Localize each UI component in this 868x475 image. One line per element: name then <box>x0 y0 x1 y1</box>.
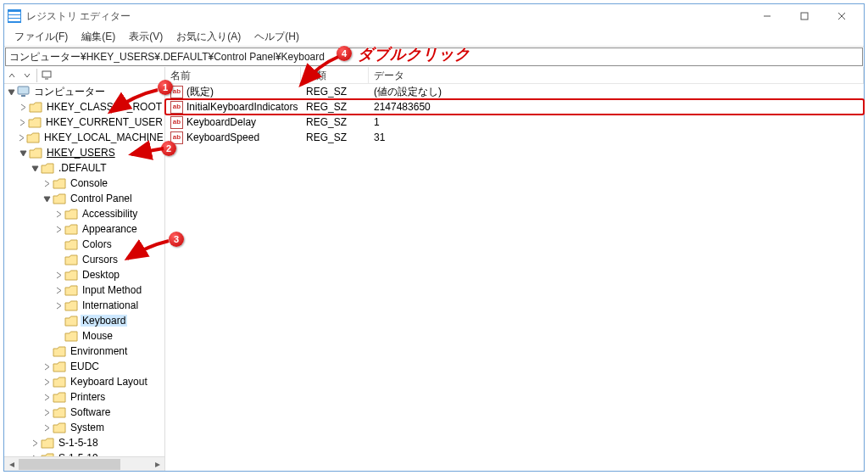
column-data[interactable]: データ <box>369 67 864 83</box>
chevron-right-icon[interactable] <box>53 300 64 310</box>
folder-icon <box>64 270 78 281</box>
tree-item-environment[interactable]: Environment <box>40 344 164 359</box>
expand-all-icon[interactable] <box>19 68 35 83</box>
tree-label: .DEFAULT <box>57 162 108 174</box>
tree-item-input-method[interactable]: Input Method <box>52 282 164 298</box>
chevron-right-icon[interactable] <box>53 270 64 280</box>
chevron-right-icon[interactable] <box>30 438 40 448</box>
svg-rect-0 <box>8 12 20 14</box>
annotation-arrow-1 <box>105 88 164 122</box>
tree-item-system[interactable]: System <box>40 420 164 435</box>
close-button[interactable] <box>823 4 860 28</box>
chevron-down-icon[interactable] <box>30 163 40 173</box>
tree-label: HKEY_LOCAL_MACHINE <box>42 131 164 143</box>
value-name: KeyboardDelay <box>186 116 256 128</box>
folder-icon <box>29 148 42 159</box>
chevron-right-icon[interactable] <box>18 102 28 112</box>
folder-icon <box>64 285 78 296</box>
list-row[interactable]: abKeyboardDelayREG_SZ1 <box>165 115 864 130</box>
tree-label: Software <box>69 406 112 418</box>
chevron-down-icon[interactable] <box>42 193 52 204</box>
folder-icon <box>28 117 42 128</box>
folder-icon <box>41 438 54 449</box>
tree-item-international[interactable]: International <box>52 298 164 313</box>
value-name: (既定) <box>186 85 214 99</box>
chevron-right-icon[interactable] <box>53 224 64 234</box>
tree-label: Desktop <box>81 269 121 281</box>
menu-edit[interactable]: 編集(E) <box>75 28 122 46</box>
window-title: レジストリ エディター <box>26 9 131 24</box>
chevron-right-icon[interactable] <box>18 132 25 142</box>
tree-label: System <box>69 422 106 433</box>
chevron-right-icon[interactable] <box>42 422 52 433</box>
column-name[interactable]: 名前 <box>165 67 301 83</box>
chevron-right-icon[interactable] <box>18 117 27 127</box>
tree-item-accessibility[interactable]: Accessibility <box>52 206 164 221</box>
tree-item-s-1-5-18[interactable]: S-1-5-18 <box>28 435 164 450</box>
chevron-down-icon[interactable] <box>6 87 16 97</box>
tree-item-keyboard-layout[interactable]: Keyboard Layout <box>40 374 164 389</box>
tree-item-default[interactable]: .DEFAULT <box>28 160 164 176</box>
tree-item-hklm[interactable]: HKEY_LOCAL_MACHINE <box>16 130 164 145</box>
annotation-text: ダブルクリック <box>358 44 470 64</box>
folder-icon <box>41 163 54 174</box>
chevron-right-icon[interactable] <box>42 392 52 402</box>
list-row[interactable]: abKeyboardSpeedREG_SZ31 <box>165 130 864 145</box>
tree-label: Keyboard <box>81 315 127 327</box>
list-row[interactable]: abInitialKeyboardIndicatorsREG_SZ2147483… <box>165 99 864 115</box>
scroll-left-icon[interactable]: ◂ <box>4 457 19 472</box>
tree-item-s-1-5-19[interactable]: S-1-5-19 <box>28 450 164 456</box>
value-type: REG_SZ <box>301 116 369 128</box>
folder-icon <box>64 239 78 250</box>
chevron-right-icon[interactable] <box>42 377 52 387</box>
collapse-all-icon[interactable] <box>4 68 19 83</box>
tree-item-control-panel[interactable]: Control Panel <box>40 191 164 206</box>
folder-icon <box>53 361 66 372</box>
tree-scrollbar-x[interactable]: ◂ ▸ <box>4 456 164 471</box>
folder-icon <box>64 316 78 327</box>
tree-item-appearance[interactable]: Appearance <box>52 221 164 237</box>
tree-item-printers[interactable]: Printers <box>40 389 164 405</box>
folder-icon <box>64 254 78 265</box>
value-type: REG_SZ <box>301 131 369 143</box>
chevron-right-icon[interactable] <box>53 209 64 219</box>
minimize-button[interactable] <box>748 4 786 28</box>
chevron-right-icon[interactable] <box>42 407 52 417</box>
tree-label: Colors <box>81 238 114 250</box>
list-header: 名前 種類 データ <box>165 67 864 84</box>
folder-icon <box>53 422 66 433</box>
chevron-right-icon[interactable] <box>42 178 52 188</box>
menu-view[interactable]: 表示(V) <box>122 28 170 46</box>
tree-label: Cursors <box>81 254 120 265</box>
folder-icon <box>53 392 66 403</box>
tree-item-desktop[interactable]: Desktop <box>52 267 164 282</box>
value-data: 2147483650 <box>369 101 864 113</box>
chevron-right-icon[interactable] <box>42 361 52 372</box>
menu-favorites[interactable]: お気に入り(A) <box>170 28 248 46</box>
menu-help[interactable]: ヘルプ(H) <box>248 28 306 46</box>
tree-item-software[interactable]: Software <box>40 405 164 420</box>
tree-label: Input Method <box>81 284 143 296</box>
scroll-right-icon[interactable]: ▸ <box>150 457 164 472</box>
tree-item-keyboard[interactable]: Keyboard <box>52 313 164 328</box>
list-row[interactable]: ab(既定)REG_SZ(値の設定なし) <box>165 84 864 99</box>
tree-label: Environment <box>69 345 129 357</box>
tree-label: Appearance <box>81 223 139 235</box>
string-value-icon: ab <box>170 116 183 129</box>
chevron-right-icon[interactable] <box>30 453 40 456</box>
value-data: 1 <box>369 116 864 128</box>
tree-label: S-1-5-19 <box>57 452 100 456</box>
pc-icon[interactable] <box>39 68 54 83</box>
chevron-down-icon[interactable] <box>18 148 28 158</box>
maximize-button[interactable] <box>786 4 823 28</box>
tree-item-console[interactable]: Console <box>40 176 164 191</box>
tree-item-mouse[interactable]: Mouse <box>52 328 164 344</box>
tree-label: Printers <box>69 391 107 403</box>
annotation-arrow-2 <box>126 146 167 161</box>
folder-icon <box>53 407 66 418</box>
folder-icon <box>53 193 66 204</box>
chevron-right-icon[interactable] <box>53 285 64 295</box>
tree-toolbar <box>4 67 164 84</box>
menu-file[interactable]: ファイル(F) <box>8 28 75 46</box>
tree-item-eudc[interactable]: EUDC <box>40 359 164 374</box>
